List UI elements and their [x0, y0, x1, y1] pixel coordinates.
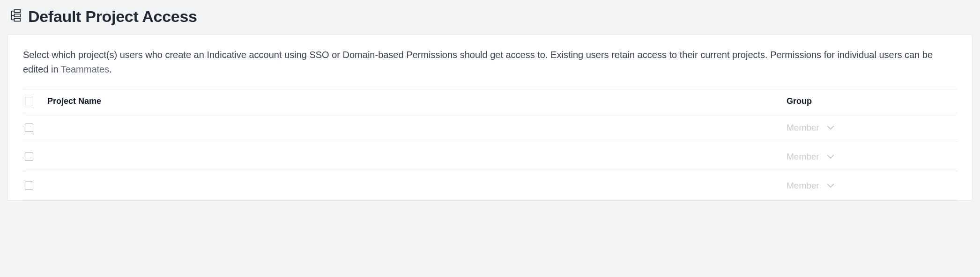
table-row: Member	[23, 142, 957, 171]
description-text-prefix: Select which project(s) users who create…	[23, 50, 933, 74]
svg-rect-4	[15, 14, 21, 17]
group-select[interactable]: Member	[787, 123, 834, 133]
group-select[interactable]: Member	[787, 181, 834, 191]
table-row: Member	[23, 113, 957, 142]
row-checkbox[interactable]	[25, 182, 33, 190]
teammates-link[interactable]: Teammates	[61, 64, 109, 74]
chevron-down-icon	[827, 125, 834, 130]
group-select-value: Member	[787, 152, 819, 162]
description: Select which project(s) users who create…	[23, 48, 957, 77]
group-select[interactable]: Member	[787, 152, 834, 162]
table-header-row: Project Name Group	[23, 89, 957, 113]
hierarchy-icon	[9, 9, 22, 24]
section-header: Default Project Access	[7, 7, 973, 26]
panel: Select which project(s) users who create…	[7, 34, 973, 201]
group-select-value: Member	[787, 123, 819, 133]
column-header-group: Group	[787, 96, 955, 106]
row-checkbox[interactable]	[25, 124, 33, 132]
row-checkbox[interactable]	[25, 153, 33, 161]
svg-rect-6	[15, 18, 21, 21]
table-row: Member	[23, 171, 957, 200]
chevron-down-icon	[827, 183, 834, 188]
description-text-suffix: .	[109, 64, 112, 74]
projects-table: Project Name Group Member	[23, 89, 957, 200]
select-all-checkbox[interactable]	[25, 97, 33, 105]
page-title: Default Project Access	[28, 7, 197, 26]
chevron-down-icon	[827, 154, 834, 159]
group-select-value: Member	[787, 181, 819, 191]
column-header-name: Project Name	[45, 96, 787, 106]
svg-rect-2	[15, 10, 21, 13]
